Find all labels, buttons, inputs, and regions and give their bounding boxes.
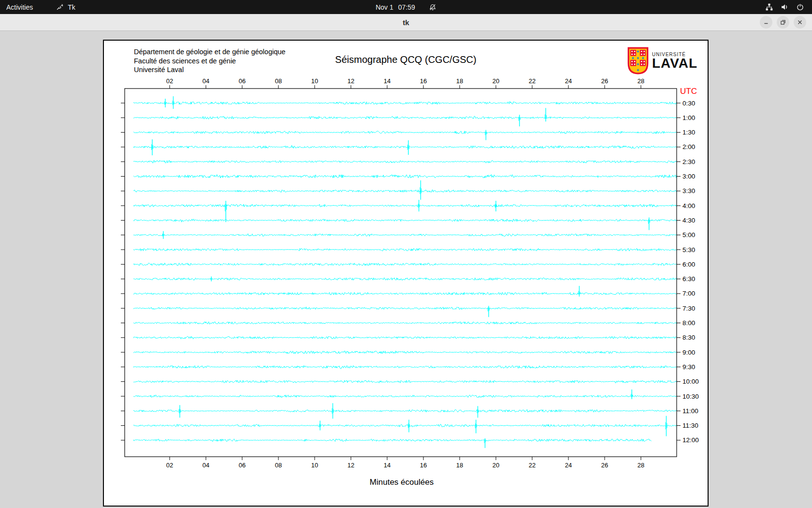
- svg-text:06: 06: [239, 462, 246, 469]
- svg-text:12: 12: [348, 462, 354, 469]
- network-wired-icon: [765, 3, 773, 11]
- svg-text:14: 14: [384, 77, 391, 85]
- svg-text:3:30: 3:30: [682, 187, 695, 194]
- svg-text:8:30: 8:30: [682, 334, 695, 341]
- window-titlebar[interactable]: tk: [0, 14, 812, 31]
- trace-row-1:30: [133, 130, 677, 140]
- clock-time: 07:59: [398, 3, 415, 11]
- utc-label: UTC: [680, 87, 697, 96]
- clock-date: Nov 1: [376, 3, 393, 11]
- notifications-disabled-icon: [429, 3, 436, 11]
- svg-text:28: 28: [638, 77, 644, 85]
- trace-row-2:30: [133, 161, 677, 163]
- trace-row-3:30: [133, 180, 677, 200]
- svg-text:22: 22: [529, 462, 536, 469]
- svg-text:18: 18: [456, 462, 463, 469]
- svg-text:24: 24: [565, 462, 572, 469]
- svg-text:20: 20: [493, 77, 499, 85]
- time-axis-right: 0:301:001:302:002:303:003:304:004:305:00…: [121, 100, 699, 444]
- clock-button[interactable]: Nov 1 07:59: [376, 0, 436, 14]
- minimize-button[interactable]: [760, 16, 772, 29]
- svg-text:4:30: 4:30: [682, 217, 695, 224]
- activities-button[interactable]: Activities: [0, 0, 39, 14]
- trace-row-11:30: [133, 416, 677, 436]
- svg-text:10:00: 10:00: [682, 378, 699, 385]
- svg-text:2:30: 2:30: [682, 158, 695, 165]
- svg-text:08: 08: [275, 462, 282, 469]
- x-axis-top: 0204060810121416182022242628: [166, 77, 644, 89]
- window-title: tk: [403, 18, 409, 27]
- svg-text:10:30: 10:30: [682, 393, 699, 400]
- tk-feather-icon: [57, 3, 64, 11]
- trace-row-8:30: [133, 336, 677, 339]
- svg-text:11:30: 11:30: [682, 422, 698, 429]
- svg-text:10: 10: [311, 77, 318, 85]
- trace-row-10:30: [133, 389, 677, 399]
- svg-text:24: 24: [565, 77, 572, 85]
- svg-text:5:00: 5:00: [682, 231, 695, 239]
- svg-text:08: 08: [275, 77, 282, 85]
- trace-row-8:00: [133, 322, 677, 324]
- maximize-button[interactable]: [777, 16, 789, 29]
- desktop-workspace: Département de géologie et de génie géol…: [0, 31, 812, 508]
- x-axis-title: Minutes écoulées: [370, 478, 434, 487]
- svg-text:4:00: 4:00: [682, 202, 695, 209]
- plot-box: [125, 89, 677, 457]
- svg-text:2:00: 2:00: [682, 143, 695, 150]
- trace-row-1:00: [133, 108, 677, 126]
- svg-text:02: 02: [166, 462, 173, 469]
- close-button[interactable]: [794, 16, 806, 29]
- trace-row-7:00: [133, 286, 677, 297]
- svg-text:02: 02: [166, 77, 173, 85]
- trace-row-7:30: [133, 306, 677, 317]
- trace-row-11:00: [133, 403, 677, 418]
- trace-row-6:30: [133, 277, 677, 282]
- minimize-icon: [763, 19, 769, 26]
- trace-row-10:00: [133, 380, 677, 383]
- svg-text:8:00: 8:00: [682, 319, 695, 327]
- svg-text:16: 16: [420, 462, 427, 469]
- tk-app-menu[interactable]: Tk: [57, 0, 75, 14]
- svg-text:11:00: 11:00: [682, 407, 698, 415]
- trace-row-6:00: [133, 263, 677, 266]
- svg-text:16: 16: [420, 77, 427, 85]
- svg-text:10: 10: [311, 462, 318, 469]
- seismograph-canvas: Département de géologie et de génie géol…: [103, 40, 709, 507]
- svg-text:6:00: 6:00: [682, 261, 695, 268]
- power-icon: [796, 3, 804, 11]
- svg-text:9:30: 9:30: [682, 363, 695, 371]
- trace-row-9:00: [133, 351, 677, 354]
- svg-text:3:00: 3:00: [682, 173, 695, 180]
- svg-text:04: 04: [203, 462, 209, 469]
- svg-text:0:30: 0:30: [682, 100, 695, 107]
- svg-text:26: 26: [601, 77, 608, 85]
- trace-row-9:30: [133, 366, 677, 369]
- gnome-top-bar: Activities Tk Nov 1 07:59: [0, 0, 812, 14]
- svg-text:5:30: 5:30: [682, 246, 695, 254]
- svg-text:22: 22: [529, 77, 536, 85]
- trace-row-4:30: [133, 217, 677, 230]
- app-name-label: Tk: [68, 3, 75, 11]
- close-icon: [797, 19, 803, 26]
- trace-row-2:00: [133, 139, 677, 155]
- trace-row-3:00: [133, 175, 677, 178]
- svg-text:9:00: 9:00: [682, 349, 695, 356]
- svg-text:7:30: 7:30: [682, 305, 695, 312]
- helicorder-plot: 0204060810121416182022242628020406081012…: [104, 41, 708, 506]
- svg-text:04: 04: [203, 77, 209, 85]
- svg-text:7:00: 7:00: [682, 290, 695, 297]
- svg-text:20: 20: [493, 462, 499, 469]
- x-axis-bottom: 0204060810121416182022242628: [166, 457, 644, 469]
- trace-row-5:30: [133, 248, 677, 251]
- svg-text:1:30: 1:30: [682, 129, 695, 136]
- system-status-area[interactable]: [762, 0, 807, 14]
- svg-text:1:00: 1:00: [682, 114, 695, 121]
- svg-text:14: 14: [384, 462, 391, 469]
- trace-row-5:00: [133, 231, 677, 239]
- svg-text:26: 26: [601, 462, 608, 469]
- volume-icon: [781, 3, 789, 11]
- trace-rows: [133, 96, 677, 448]
- svg-text:28: 28: [638, 462, 644, 469]
- svg-text:12:00: 12:00: [682, 436, 699, 444]
- trace-row-12:00: [133, 438, 652, 448]
